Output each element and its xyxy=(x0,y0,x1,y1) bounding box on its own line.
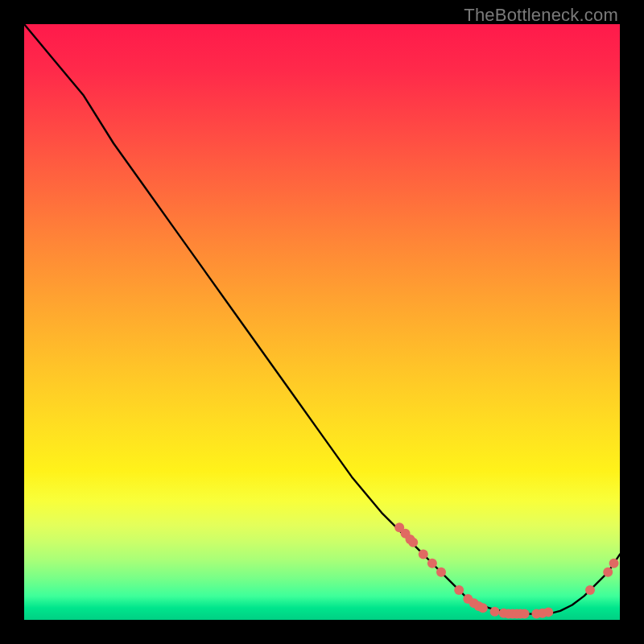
sample-point xyxy=(427,559,437,568)
sample-point xyxy=(603,568,613,577)
sample-point xyxy=(454,585,464,595)
sample-points-group xyxy=(394,522,618,618)
sample-point xyxy=(408,538,418,547)
chart-frame: TheBottleneck.com xyxy=(0,0,644,644)
sample-point xyxy=(520,609,530,619)
sample-point xyxy=(436,568,446,577)
sample-point xyxy=(490,607,500,617)
sample-point xyxy=(585,585,595,595)
sample-point xyxy=(543,607,553,617)
bottleneck-curve xyxy=(24,24,620,614)
sample-point xyxy=(419,550,428,559)
plot-area xyxy=(24,24,620,620)
sample-point xyxy=(609,559,619,568)
chart-svg xyxy=(24,24,620,620)
watermark-text: TheBottleneck.com xyxy=(464,5,618,26)
sample-point xyxy=(478,603,488,613)
